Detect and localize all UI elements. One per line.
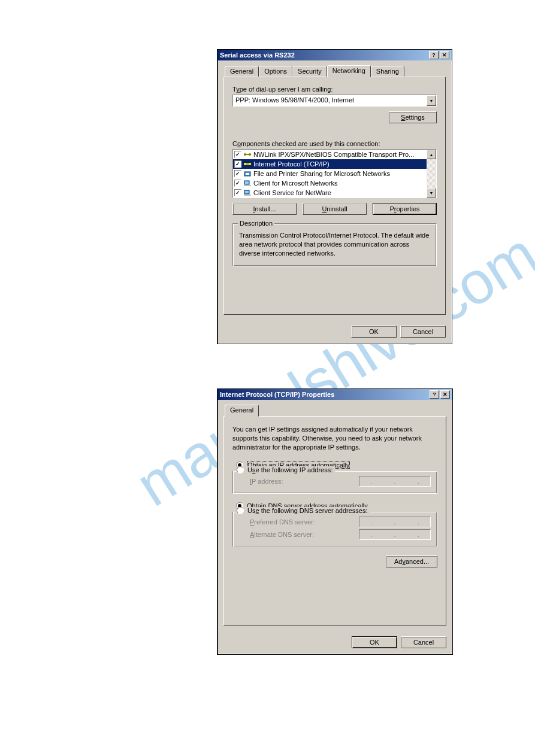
tab-strip: General Options Security Networking Shar… (223, 65, 446, 77)
dialog-body: General Options Security Networking Shar… (217, 60, 452, 321)
checkbox[interactable] (234, 189, 241, 196)
alt-dns-label: Alternate DNS server: (250, 531, 314, 538)
description-text: Transmission Control Protocol/Internet P… (239, 231, 430, 258)
tab-sharing[interactable]: Sharing (371, 66, 404, 78)
protocol-icon (243, 150, 252, 159)
service-icon (243, 169, 252, 178)
ip-address-field: ... (359, 476, 431, 487)
tab-panel-networking: Type of dial-up server I am calling: PPP… (223, 77, 446, 315)
titlebar[interactable]: Serial access via RS232 ? ✕ (217, 50, 452, 60)
scroll-down-button[interactable]: ▼ (427, 188, 436, 198)
tab-options[interactable]: Options (259, 66, 292, 78)
pref-dns-field: ... (359, 517, 431, 527)
svg-point-5 (249, 163, 251, 165)
list-item-label: Client for Microsoft Networks (253, 180, 338, 187)
pref-dns-row: Preferred DNS server: ... (250, 517, 431, 527)
settings-button[interactable]: Settings (389, 111, 437, 123)
svg-rect-13 (244, 195, 251, 196)
dns-manual-group: Use the following DNS server addresses: … (232, 512, 437, 547)
list-item[interactable]: Internet Protocol (TCP/IP) (233, 159, 427, 169)
dialog-tcpip-properties: Internet Protocol (TCP/IP) Properties ? … (217, 388, 453, 655)
title-text: Serial access via RS232 (220, 51, 428, 59)
list-item[interactable]: File and Printer Sharing for Microsoft N… (233, 169, 427, 178)
dns-manual-radio-row[interactable]: Use the following DNS server addresses: (237, 507, 370, 514)
alt-dns-field: ... (359, 529, 431, 540)
tab-strip: General (223, 405, 446, 417)
ip-manual-label: Use the following IP address: (247, 466, 333, 473)
ip-manual-radio-row[interactable]: Use the following IP address: (237, 466, 335, 473)
server-type-label: Type of dial-up server I am calling: (232, 86, 437, 93)
scrollbar[interactable]: ▲ ▼ (427, 150, 436, 198)
svg-point-1 (244, 153, 246, 156)
description-legend: Description (238, 220, 274, 227)
radio[interactable] (237, 507, 244, 514)
checkbox[interactable] (234, 160, 241, 168)
tab-networking[interactable]: Networking (327, 65, 371, 77)
list-item[interactable]: NWLink IPX/SPX/NetBIOS Compatible Transp… (233, 150, 427, 159)
client-icon (243, 189, 252, 197)
install-button[interactable]: Install... (232, 203, 297, 215)
client-icon (243, 179, 252, 187)
ip-manual-group: Use the following IP address: IP address… (232, 471, 437, 494)
dns-manual-label: Use the following DNS server addresses: (247, 507, 368, 514)
cancel-button[interactable]: Cancel (400, 326, 446, 338)
scroll-up-button[interactable]: ▲ (427, 150, 436, 159)
list-item-label: Internet Protocol (TCP/IP) (253, 160, 330, 168)
svg-rect-9 (245, 181, 249, 184)
list-item[interactable]: Client Service for NetWare (233, 188, 427, 198)
list-item-label: Client Service for NetWare (253, 189, 331, 196)
help-button[interactable]: ? (430, 390, 439, 399)
chevron-down-icon: ▼ (430, 99, 434, 103)
svg-rect-12 (245, 191, 249, 193)
cancel-button[interactable]: Cancel (401, 636, 446, 648)
server-type-value: PPP: Windows 95/98/NT4/2000, Internet (233, 95, 427, 106)
dialog-footer: OK Cancel (217, 631, 452, 654)
list-item-label: NWLink IPX/SPX/NetBIOS Compatible Transp… (253, 151, 414, 158)
tab-security[interactable]: Security (292, 66, 327, 78)
title-text: Internet Protocol (TCP/IP) Properties (220, 391, 428, 398)
ok-button[interactable]: OK (352, 636, 397, 648)
scroll-track[interactable] (427, 159, 436, 188)
ip-address-label: IP address: (250, 478, 283, 485)
advanced-button[interactable]: Advanced... (386, 555, 437, 567)
uninstall-button[interactable]: Uninstall (303, 203, 367, 215)
svg-rect-10 (244, 185, 251, 186)
components-listbox[interactable]: NWLink IPX/SPX/NetBIOS Compatible Transp… (232, 149, 437, 198)
tab-general[interactable]: General (225, 66, 259, 78)
svg-point-2 (249, 153, 251, 156)
ip-address-row: IP address: ... (250, 476, 431, 487)
list-item[interactable]: Client for Microsoft Networks (233, 178, 427, 188)
dropdown-arrow[interactable]: ▼ (427, 95, 436, 106)
dialog-footer: OK Cancel (217, 321, 452, 344)
dialog-serial-access: Serial access via RS232 ? ✕ General Opti… (217, 49, 452, 344)
tab-general[interactable]: General (225, 405, 259, 417)
tab-panel-general: You can get IP settings assigned automat… (223, 416, 446, 626)
checkbox[interactable] (234, 180, 241, 187)
dialog-body: General You can get IP settings assigned… (217, 400, 452, 631)
titlebar[interactable]: Internet Protocol (TCP/IP) Properties ? … (217, 389, 452, 400)
help-button[interactable]: ? (429, 51, 439, 59)
properties-button[interactable]: Properties (373, 203, 437, 215)
radio[interactable] (237, 466, 244, 473)
components-label: Components checked are used by this conn… (232, 140, 437, 147)
close-button[interactable]: ✕ (440, 390, 450, 399)
svg-rect-7 (246, 173, 249, 175)
description-groupbox: Description Transmission Control Protoco… (232, 223, 437, 266)
pref-dns-label: Preferred DNS server: (250, 518, 315, 526)
ok-button[interactable]: OK (351, 326, 397, 338)
intro-text: You can get IP settings assigned automat… (232, 425, 437, 452)
alt-dns-row: Alternate DNS server: ... (250, 529, 431, 540)
server-type-dropdown[interactable]: PPP: Windows 95/98/NT4/2000, Internet ▼ (232, 95, 437, 107)
checkbox[interactable] (234, 151, 241, 158)
checkbox[interactable] (234, 170, 241, 177)
svg-point-4 (244, 163, 246, 165)
list-item-label: File and Printer Sharing for Microsoft N… (253, 170, 390, 177)
close-button[interactable]: ✕ (440, 51, 449, 59)
protocol-icon (243, 160, 252, 168)
